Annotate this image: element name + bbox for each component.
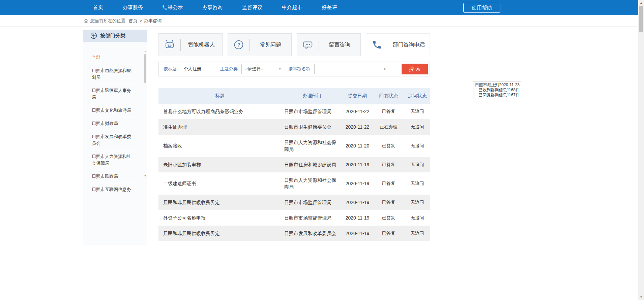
page-scrollbar-thumb[interactable] [639, 6, 643, 32]
department-list-item[interactable]: 日照市退役军人事务局 [92, 84, 142, 104]
table-row[interactable]: 档案接收 日照市人力资源和社会保障局 2020-11-20 已答复 无追问 [158, 135, 430, 157]
row-title[interactable]: 二级建造师证书 [158, 172, 282, 195]
table-header-cell: 追问状态 [405, 88, 430, 104]
stats-line-3: 已回复咨询信息1167件 [475, 93, 520, 98]
department-list-item[interactable]: 日照市发展和改革委员会 [92, 130, 142, 150]
department-list-item[interactable]: 日照市人力资源和社会保障局 [92, 150, 142, 170]
chevron-down-icon: ▼ [383, 68, 386, 71]
home-icon [84, 19, 88, 23]
sidebar-header: 按部门分类 [83, 30, 147, 42]
breadcrumb-separator: > [140, 18, 142, 23]
row-reply-status: 已答复 [373, 172, 405, 195]
department-list-item[interactable]: 日照市自然资源和规划局 [92, 64, 142, 84]
category-select[interactable]: --请选择-- ▼ [241, 64, 284, 74]
row-submit-date: 2020-11-19 [342, 210, 373, 226]
scroll-up-icon[interactable]: ▲ [638, 0, 644, 6]
row-reply-status: 已答复 [373, 226, 405, 241]
row-title[interactable]: 居民和非居民供暖收费界定 [158, 195, 282, 210]
department-list-item[interactable]: 日照市民政局 [92, 170, 142, 183]
category-icon [90, 32, 97, 39]
nav-item[interactable]: 中介超市 [282, 4, 302, 11]
table-row[interactable]: 外资子公司名称申报 日照市市场监督管理局 2020-11-19 已答复 无追问 [158, 210, 430, 226]
item-name-label: 按事项名称: [288, 66, 312, 72]
title-search-input[interactable] [181, 64, 216, 74]
row-submit-date: 2020-11-19 [342, 172, 373, 195]
department-list-item-label: 日照市发展和改革委员会 [92, 134, 131, 146]
row-reply-status: 已答复 [373, 135, 405, 157]
row-reply-status: 已答复 [373, 195, 405, 210]
row-title[interactable]: 老旧小区加装电梯 [158, 157, 282, 172]
row-title[interactable]: 准生证办理 [158, 119, 282, 135]
row-followup-status: 无追问 [405, 135, 430, 157]
faq-card[interactable]: ? 常见问题 [228, 33, 292, 56]
nav-item[interactable]: 监督评议 [242, 4, 262, 11]
nav-item[interactable]: 办事咨询 [202, 4, 223, 11]
scroll-down-icon[interactable]: ▼ [638, 294, 644, 300]
row-title[interactable]: 档案接收 [158, 135, 282, 157]
page-scrollbar[interactable]: ▲ ▼ [638, 0, 644, 300]
department-list-item-label: 日照市文化和旅游局 [92, 108, 131, 113]
row-title[interactable]: 外资子公司名称申报 [158, 210, 282, 226]
help-button[interactable]: 使用帮助 [463, 3, 500, 13]
quick-link-cards: 智能机器人 ? 常见问题 留 [158, 33, 430, 56]
sidebar-scroll-down-icon[interactable]: ▼ [144, 174, 147, 178]
row-followup-status: 无追问 [405, 195, 430, 210]
row-reply-status: 已答复 [373, 104, 405, 119]
department-list-item[interactable]: 日照市互联网信息办 [92, 183, 142, 196]
row-followup-status: 无追问 [405, 210, 430, 226]
sidebar-scrollbar-thumb[interactable] [144, 54, 146, 83]
stats-box: 日照市截止到2020-11-23 已收到咨询信息1168件 已回复咨询信息116… [473, 81, 521, 99]
row-title[interactable]: 居民和非居民供暖收费界定 [158, 226, 282, 241]
row-submit-date: 2020-11-19 [342, 195, 373, 210]
breadcrumb-current: 办事咨询 [144, 18, 162, 24]
table-row[interactable]: 二级建造师证书 日照市人力资源和社会保障局 2020-11-19 已答复 无追问 [158, 172, 430, 195]
stats-line-2: 已收到咨询信息1168件 [475, 88, 520, 93]
row-reply-status: 正在办理 [373, 119, 405, 135]
svg-text:?: ? [237, 42, 240, 47]
row-followup-status: 无追问 [405, 172, 430, 195]
row-submit-date: 2020-11-19 [342, 226, 373, 241]
department-list-item[interactable]: 日照市文化和旅游局 [92, 104, 142, 117]
table-row[interactable]: 居民和非居民供暖收费界定 日照市发展和改革委员会 2020-11-19 已答复 … [158, 226, 430, 241]
row-followup-status: 无追问 [405, 157, 430, 172]
row-title[interactable]: 莒县什么地方可以办理商品条形码业务 [158, 104, 282, 119]
table-row[interactable]: 居民和非居民供暖收费界定 日照市市场监督管理局 2020-11-19 已答复 无… [158, 195, 430, 210]
row-department: 日照市市场监督管理局 [282, 104, 342, 119]
item-name-select[interactable]: ▼ [314, 64, 389, 74]
sidebar-scroll-up-icon[interactable]: ▲ [144, 50, 147, 53]
row-followup-status: 无追问 [405, 104, 430, 119]
table-header-cell: 办理部门 [282, 88, 342, 104]
row-submit-date: 2020-11-22 [342, 104, 373, 119]
table-row[interactable]: 准生证办理 日照市卫生健康委员会 2020-11-22 正在办理 无追问 [158, 119, 430, 135]
row-department: 日照市人力资源和社会保障局 [282, 172, 342, 195]
department-list-item[interactable]: 日照市财政局 [92, 117, 142, 130]
breadcrumb-home-link[interactable]: 首页 [129, 18, 138, 24]
chevron-down-icon: ▼ [279, 68, 281, 71]
table-header-cell: 提交日期 [342, 88, 373, 104]
department-list-item-label: 日照市民政局 [92, 174, 118, 179]
question-icon: ? [228, 39, 250, 51]
nav-item[interactable]: 首页 [93, 4, 103, 11]
category-label: 主题分类: [220, 66, 239, 72]
row-submit-date: 2020-11-20 [342, 135, 373, 157]
search-button[interactable]: 搜 索 [402, 64, 428, 74]
phone-consult-card[interactable]: 部门咨询电话 [366, 33, 430, 56]
row-department: 日照市人力资源和社会保障局 [282, 135, 342, 157]
department-list-item[interactable]: 全部 [92, 51, 142, 64]
nav-item[interactable]: 结果公示 [163, 4, 183, 11]
department-list-item-label: 日照市自然资源和规划局 [92, 68, 131, 80]
row-submit-date: 2020-11-22 [342, 119, 373, 135]
message-consult-card[interactable]: 留言咨询 [297, 33, 361, 56]
nav-item[interactable]: 办事服务 [123, 4, 143, 11]
table-row[interactable]: 老旧小区加装电梯 日照市住房和城乡建设局 2020-11-19 已答复 无追问 [158, 157, 430, 172]
faq-label: 常见问题 [250, 41, 291, 48]
department-list-item-label: 日照市互联网信息办 [92, 187, 131, 192]
message-icon [297, 39, 319, 51]
sidebar-scrollbar[interactable]: ▲ ▼ [144, 50, 147, 178]
top-navbar: 首页 办事服务 结果公示 办事咨询 监督评议 中介超市 好差评 [0, 0, 638, 15]
table-row[interactable]: 莒县什么地方可以办理商品条形码业务 日照市市场监督管理局 2020-11-22 … [158, 104, 430, 119]
nav-item[interactable]: 好差评 [322, 4, 337, 11]
smart-robot-card[interactable]: 智能机器人 [158, 33, 223, 56]
row-department: 日照市住房和城乡建设局 [282, 157, 342, 172]
row-department: 日照市市场监督管理局 [282, 210, 342, 226]
